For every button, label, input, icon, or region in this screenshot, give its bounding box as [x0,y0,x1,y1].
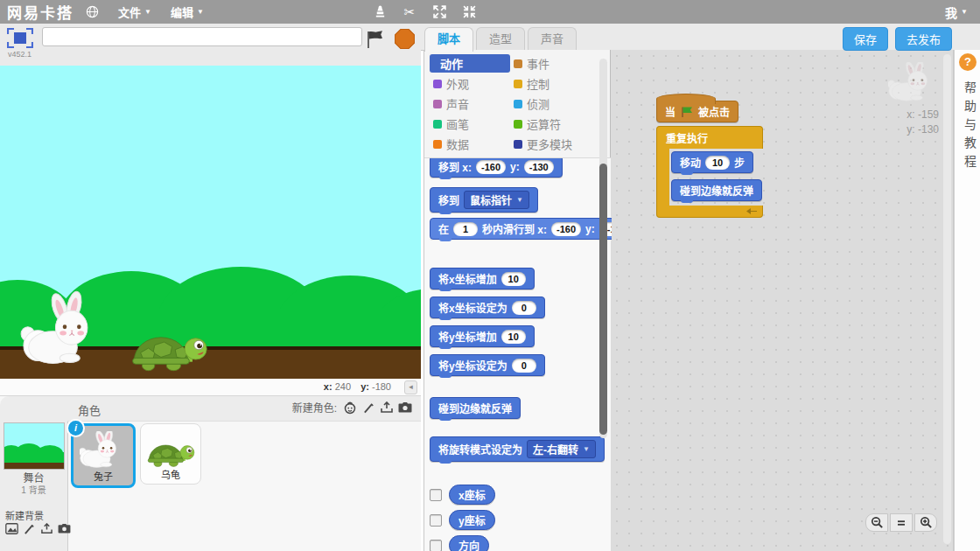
script-block-if-on-edge-bounce[interactable]: 碰到边缘就反弹 [671,179,762,201]
stage-column: 舞台 1 背景 新建背景 [0,396,68,551]
category-control[interactable]: 控制 [510,74,606,93]
palette-block-change-x-by[interactable]: 将x坐标增加10 [430,268,535,289]
palette-block-y-position[interactable]: y座标 [449,510,495,530]
block-dropdown[interactable]: 鼠标指针▼ [464,191,529,209]
forever-block[interactable]: 重复执行 移动10步碰到边缘就反弹 [656,126,763,218]
zoom-out-button[interactable] [865,513,888,532]
grow-sprite-icon[interactable] [431,4,447,20]
script-block-move-steps[interactable]: 移动10步 [671,151,753,173]
block-text: y: [585,223,595,235]
block-text: 移到 x: [438,159,472,174]
script-block-when-green-flag-clicked[interactable]: 当被点击 [656,101,738,122]
checkbox-direction[interactable] [430,540,442,551]
version-label: v452.1 [8,50,32,59]
scripts-area[interactable]: x: -159 y: -130 当被点击 重复执行 移动10步碰到边缘就反弹 [611,50,954,551]
palette-block-set-x-to[interactable]: 将x坐标设定为0 [430,296,545,318]
me-menu-label: 我 [945,3,957,21]
help-tutorials-label[interactable]: 帮助与教程 [961,81,978,173]
category-more[interactable]: 更多模块 [510,135,606,153]
palette-block-goto-xy[interactable]: 移到 x:-160y:-130 [430,157,563,178]
tab-sounds[interactable]: 声音 [528,27,577,50]
edit-menu[interactable]: 编辑 ▼ [171,3,204,20]
palette-block-set-rotation-style[interactable]: 将旋转模式设定为左-右翻转▼ [430,436,605,462]
palette-block-if-on-edge-bounce[interactable]: 碰到边缘就反弹 [430,397,521,419]
dropdown-value: 左-右翻转 [533,442,578,457]
me-menu[interactable]: 我 ▼ [945,0,968,24]
palette-block-glide-secs-to-xy[interactable]: 在1秒内滑行到 x:-160y:-1 [430,218,612,240]
palette-block-set-y-to[interactable]: 将y坐标设定为0 [430,354,545,376]
new-sprite-label: 新建角色: [292,400,337,415]
block-number-input[interactable]: 0 [512,301,536,315]
checkbox-x-position[interactable] [430,489,442,501]
stage-thumbnail-image [4,423,64,469]
tab-scripts[interactable]: 脚本 [424,27,473,52]
block-number-input[interactable]: 10 [501,272,526,286]
camera-backdrop-icon[interactable] [57,521,71,535]
language-globe-icon[interactable] [86,5,99,18]
camera-sprite-icon[interactable] [398,401,412,415]
category-motion[interactable]: 动作 [430,54,510,73]
tab-costumes[interactable]: 造型 [476,27,525,50]
forever-arm [656,149,669,206]
category-sound[interactable]: 声音 [430,94,510,113]
shrink-sprite-icon[interactable] [461,4,477,20]
checkbox-y-position[interactable] [430,514,442,527]
palette-block-goto-mouse[interactable]: 移到鼠标指针▼ [430,187,538,213]
save-button[interactable]: 保存 [843,27,888,51]
upload-backdrop-icon[interactable] [39,521,53,535]
block-text: 碰到边缘就反弹 [438,401,512,415]
category-pen[interactable]: 画笔 [430,115,510,133]
category-data[interactable]: 数据 [430,135,510,153]
sprite-tile-turtle[interactable]: 乌龟 [140,423,201,485]
chevron-down-icon: ▼ [583,445,590,453]
block-number-input[interactable]: 10 [501,330,526,344]
palette-block-direction[interactable]: 方向 [449,535,489,551]
category-looks[interactable]: 外观 [430,74,510,93]
stage-thumbnail[interactable] [4,422,65,470]
stage-resize-handle[interactable]: ◂ [404,380,417,394]
sprite-tile-rabbit[interactable]: i 兔子 [71,423,136,488]
block-number-input[interactable]: -130 [524,160,554,174]
category-color-swatch [433,140,442,149]
zoom-reset-button[interactable] [890,513,913,532]
scripts-scrollbar-track[interactable] [943,54,951,544]
palette-scrollbar-thumb[interactable] [599,164,607,435]
category-label: 动作 [440,55,463,72]
top-menu-bar: 网易卡搭 文件 ▼ 编辑 ▼ ✂ 我 ▼ [0,0,980,24]
block-number-input[interactable]: 1 [453,222,478,236]
palette-block-change-y-by[interactable]: 将y坐标增加10 [430,325,535,347]
category-events[interactable]: 事件 [510,54,606,73]
stage[interactable] [0,66,421,379]
zoom-in-button[interactable] [914,513,937,532]
file-menu[interactable]: 文件 ▼ [118,3,151,20]
delete-scissors-icon[interactable]: ✂ [402,4,417,20]
category-color-swatch [514,100,522,108]
paint-backdrop-icon[interactable] [22,521,36,535]
run-flag-button[interactable] [365,30,386,49]
upload-sprite-icon[interactable] [380,401,394,415]
sprite-watermark [888,62,939,102]
sprite-library-icon[interactable] [343,401,357,415]
category-label: 事件 [527,55,550,72]
block-text: 将y坐标设定为 [438,358,508,373]
category-sensing[interactable]: 侦测 [510,94,606,113]
block-dropdown[interactable]: 左-右翻转▼ [527,440,596,458]
block-number-input[interactable]: -160 [476,160,506,174]
paint-sprite-icon[interactable] [361,401,375,415]
sprite-coords: x: -159 y: -130 [906,108,939,137]
help-button[interactable]: ? [959,53,976,71]
mouse-y-value: -180 [372,381,391,392]
backdrop-library-icon[interactable] [4,521,18,535]
publish-button[interactable]: 去发布 [895,27,952,51]
chevron-down-icon: ▼ [516,196,523,204]
kada-editor-window: 网易卡搭 文件 ▼ 编辑 ▼ ✂ 我 ▼ [0,0,980,551]
duplicate-stamp-icon[interactable] [372,4,388,20]
project-name-input[interactable] [42,27,362,46]
palette-block-x-position[interactable]: x座标 [449,485,495,505]
category-operators[interactable]: 运算符 [510,115,606,133]
block-number-input[interactable]: 10 [705,156,730,170]
fullscreen-icon[interactable] [7,28,33,48]
block-number-input[interactable]: 0 [512,359,536,373]
stop-button[interactable] [394,28,416,50]
block-number-input[interactable]: -160 [551,222,581,236]
